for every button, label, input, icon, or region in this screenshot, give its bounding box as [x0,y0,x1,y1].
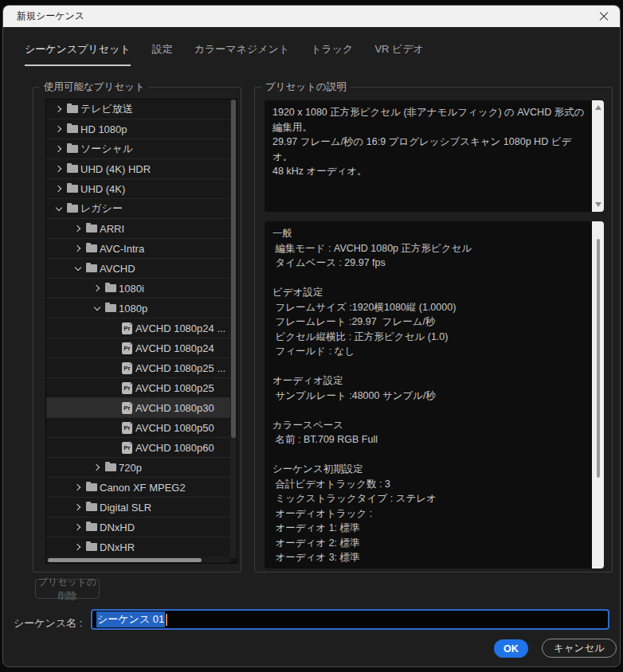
tree-row-label: Canon XF MPEG2 [100,482,186,494]
tree-row[interactable]: UHD (4K) [46,179,237,199]
details-line: オーディオトラック : [272,506,586,522]
tree-row-label: ARRI [100,223,124,235]
tree-row[interactable]: AVCHD 1080p24 ... [46,318,237,338]
folder-icon [86,225,97,232]
tree-row[interactable]: AVCHD 1080p24 [46,338,237,358]
details-line: 編集モード : AVCHD 1080p 正方形ピクセル [272,241,586,256]
tree-row[interactable]: 720p [46,458,237,478]
chevron-icon[interactable] [51,127,67,131]
summary-scrollbar[interactable] [592,100,604,212]
available-presets-group: 使用可能なプリセット テレビ放送 HD 1080p [33,87,241,572]
chevron-icon[interactable] [70,485,86,490]
details-line: タイムベース : 29.97 fps [272,256,586,271]
folder-icon [86,523,97,531]
details-line: 名前 : BT.709 RGB Full [272,432,586,447]
tree-row[interactable]: DNxHD [46,518,237,537]
tree-horizontal-scrollbar-thumb[interactable] [48,558,202,562]
folder-icon [86,244,97,252]
chevron-icon[interactable] [89,286,105,291]
tree-row[interactable]: AVCHD 1080p25 [46,378,237,398]
summary-paragraph: 29.97 フレーム/秒の 16:9 プログレッシブスキャン 1080p HD … [272,135,586,164]
tree-row-label: DNxHD [100,522,135,533]
tree-row[interactable]: AVC-Intra [46,239,237,259]
tree-row[interactable]: 1080i [46,279,237,299]
chevron-icon[interactable] [70,545,86,549]
tree-row-label: ソーシャル [80,142,133,156]
tree-row[interactable]: AVCHD 1080p50 [46,418,237,438]
chevron-icon[interactable] [51,147,67,151]
tree-row-label: AVCHD 1080p24 ... [135,322,225,334]
tree-row[interactable]: Digital SLR [46,498,237,518]
chevron-icon[interactable] [51,107,67,111]
chevron-icon[interactable] [51,207,67,210]
tree-row-label: AVCHD [100,263,135,275]
titlebar: 新規シーケンス [3,6,620,27]
preset-file-icon [122,382,132,394]
close-icon [599,12,609,21]
details-line [272,447,586,463]
tab[interactable]: カラーマネジメント [194,42,289,66]
tree-row[interactable]: AVCHD 1080p60 [46,438,237,458]
tree-row[interactable]: 1080p [46,299,237,318]
tree-row[interactable]: AVCHD 1080p30 [46,398,237,418]
details-line [272,403,586,418]
details-line: ビデオ設定 [272,285,586,300]
folder-icon [67,105,78,113]
preset-file-icon [122,322,132,334]
scroll-down-icon[interactable] [595,202,601,207]
close-button[interactable] [588,6,620,27]
chevron-icon[interactable] [70,505,86,510]
tab[interactable]: VR ビデオ [374,42,424,66]
chevron-icon[interactable] [70,246,86,251]
chevron-icon[interactable] [70,267,86,270]
scroll-up-icon[interactable] [595,105,601,110]
tab[interactable]: トラック [311,42,353,66]
folder-icon [105,304,116,312]
tree-row[interactable]: DNxHR [46,537,237,557]
tree-row[interactable]: ARRI [46,219,237,239]
tree-horizontal-scrollbar[interactable] [46,557,230,563]
tree-vertical-scrollbar-thumb[interactable] [231,100,236,438]
tree-row-label: テレビ放送 [80,102,133,116]
tab[interactable]: シーケンスプリセット [25,42,131,66]
details-line: オーディオ 3: 標準 [272,550,586,565]
window-title: 新規シーケンス [3,10,588,23]
tree-row[interactable]: レガシー [46,199,237,219]
chevron-icon[interactable] [89,307,105,310]
preset-summary-box: 1920 x 1080 正方形ピクセル (非アナモルフィック) の AVCHD … [264,100,604,212]
ok-button[interactable]: OK [494,639,528,658]
chevron-icon[interactable] [70,226,86,231]
details-scrollbar-thumb[interactable] [597,239,600,478]
preset-file-icon [122,342,132,354]
tree-row-label: 1080i [119,283,144,295]
tree-row-label: 720p [119,462,142,474]
preset-details-box: 一般 編集モード : AVCHD 1080p 正方形ピクセル タイムベース : … [264,221,604,568]
tree-row[interactable]: HD 1080p [46,119,237,139]
tree-row-label: AVCHD 1080p25 [135,382,214,394]
chevron-icon[interactable] [51,186,67,191]
tree-row[interactable]: AVCHD [46,259,237,279]
folder-icon [67,125,78,133]
folder-icon [86,264,97,272]
preset-tree: テレビ放送 HD 1080p ソーシャル [45,99,237,564]
chevron-icon[interactable] [89,465,105,470]
preset-file-icon [122,422,132,434]
details-scrollbar[interactable] [592,221,604,568]
tree-row[interactable]: UHD (4K) HDR [46,159,237,179]
folder-icon [86,543,97,551]
tree-row[interactable]: Canon XF MPEG2 [46,478,237,498]
sequence-name-input[interactable]: シーケンス 01 [91,609,609,630]
folder-icon [86,503,97,511]
tree-row-label: AVCHD 1080p30 [135,402,214,414]
folder-icon [105,463,116,471]
tree-row[interactable]: AVCHD 1080p25 ... [46,358,237,378]
tree-vertical-scrollbar[interactable] [230,100,237,558]
tree-row[interactable]: テレビ放送 [46,100,237,119]
tree-row[interactable]: ソーシャル [46,139,237,159]
chevron-icon[interactable] [70,525,86,529]
tab[interactable]: 設定 [152,42,173,66]
cancel-button[interactable]: キャンセル [542,639,617,658]
chevron-icon[interactable] [51,166,67,171]
delete-preset-button[interactable]: プリセットの削除 [35,579,100,599]
details-line [272,359,586,374]
